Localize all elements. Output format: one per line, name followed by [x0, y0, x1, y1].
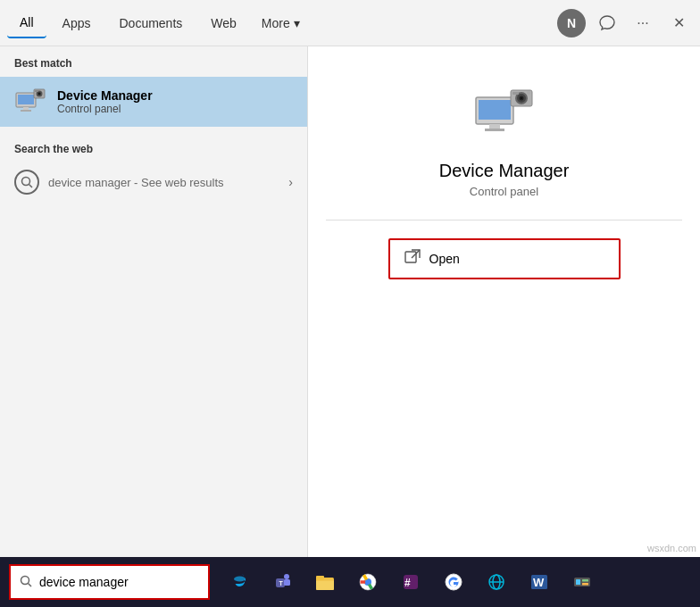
best-match-label: Best match — [0, 46, 307, 75]
main-area: Best match Device Man — [0, 46, 700, 557]
svg-point-7 — [38, 93, 40, 95]
best-match-item[interactable]: Device Manager Control panel — [0, 77, 307, 127]
best-match-text: Device Manager Control panel — [57, 88, 153, 115]
tab-all[interactable]: All — [7, 8, 46, 38]
close-icon[interactable]: ✕ — [664, 9, 693, 37]
svg-point-9 — [22, 178, 30, 186]
search-box[interactable] — [9, 564, 210, 600]
more-chevron-icon: ▾ — [294, 16, 300, 30]
svg-rect-1 — [18, 95, 34, 104]
search-circle-icon — [14, 170, 39, 195]
more-label: More — [262, 16, 290, 30]
slack-icon[interactable]: # — [390, 557, 431, 607]
left-panel: Best match Device Man — [0, 46, 308, 557]
word-icon[interactable]: W — [519, 557, 560, 607]
open-label: Open — [429, 252, 460, 266]
svg-text:W: W — [533, 576, 545, 589]
tab-apps[interactable]: Apps — [50, 9, 104, 37]
svg-rect-12 — [479, 100, 511, 120]
taskbar-search-input[interactable] — [39, 575, 199, 589]
svg-rect-13 — [489, 124, 500, 129]
svg-point-24 — [21, 576, 29, 584]
svg-rect-48 — [582, 583, 588, 586]
svg-point-21 — [527, 91, 530, 95]
divider — [326, 220, 682, 220]
google-icon[interactable] — [433, 557, 474, 607]
system-tray[interactable] — [562, 557, 603, 607]
svg-point-28 — [284, 574, 289, 579]
right-device-manager-icon — [472, 82, 537, 146]
user-avatar[interactable]: N — [557, 9, 586, 37]
svg-rect-29 — [284, 579, 290, 586]
svg-rect-32 — [316, 579, 334, 590]
tab-web[interactable]: Web — [198, 9, 249, 37]
search-web-text: device manager - See web results — [48, 176, 279, 189]
svg-rect-22 — [405, 252, 416, 262]
svg-text:T: T — [279, 580, 284, 586]
more-options-icon[interactable]: ··· — [629, 9, 657, 37]
right-app-subtitle: Control panel — [470, 185, 538, 198]
file-explorer-icon[interactable] — [304, 557, 346, 607]
device-manager-icon — [14, 86, 46, 118]
search-web-label: Search the web — [0, 129, 307, 161]
svg-rect-8 — [35, 90, 38, 92]
taskbar: T # — [0, 557, 700, 607]
search-web-suffix: - See web results — [131, 176, 224, 189]
svg-point-26 — [234, 577, 246, 582]
chevron-right-icon: › — [288, 175, 293, 189]
best-match-title: Device Manager — [57, 88, 153, 103]
top-nav: All Apps Documents Web More ▾ N ··· ✕ — [0, 0, 700, 46]
search-web-query: device manager — [48, 176, 131, 189]
watermark: wsxdn.com — [647, 543, 696, 553]
svg-line-25 — [29, 583, 32, 586]
svg-text:#: # — [404, 577, 411, 589]
open-icon — [404, 249, 421, 269]
vpn-icon[interactable] — [476, 557, 517, 607]
search-web-item[interactable]: device manager - See web results › — [0, 161, 307, 204]
best-match-subtitle: Control panel — [57, 103, 153, 115]
edge-icon[interactable] — [219, 557, 260, 607]
open-button[interactable]: Open — [388, 238, 621, 279]
feedback-icon[interactable] — [593, 9, 621, 37]
right-app-title: Device Manager — [439, 161, 570, 181]
svg-rect-3 — [21, 110, 31, 112]
svg-line-10 — [29, 185, 33, 188]
svg-point-19 — [521, 97, 522, 99]
nav-right-actions: N ··· ✕ — [557, 9, 693, 37]
svg-rect-47 — [582, 579, 588, 582]
svg-rect-46 — [576, 579, 580, 585]
tab-documents[interactable]: Documents — [106, 9, 195, 37]
svg-point-36 — [365, 579, 371, 585]
svg-rect-2 — [23, 107, 29, 110]
taskbar-search-icon — [20, 575, 32, 590]
teams-icon[interactable]: T — [262, 557, 303, 607]
svg-rect-33 — [316, 576, 324, 580]
tab-more[interactable]: More ▾ — [253, 9, 309, 37]
svg-rect-20 — [512, 92, 519, 95]
svg-rect-14 — [485, 129, 504, 131]
chrome-icon[interactable] — [347, 557, 388, 607]
taskbar-icons: T # — [219, 557, 603, 607]
right-panel: Device Manager Control panel Open — [308, 46, 700, 557]
